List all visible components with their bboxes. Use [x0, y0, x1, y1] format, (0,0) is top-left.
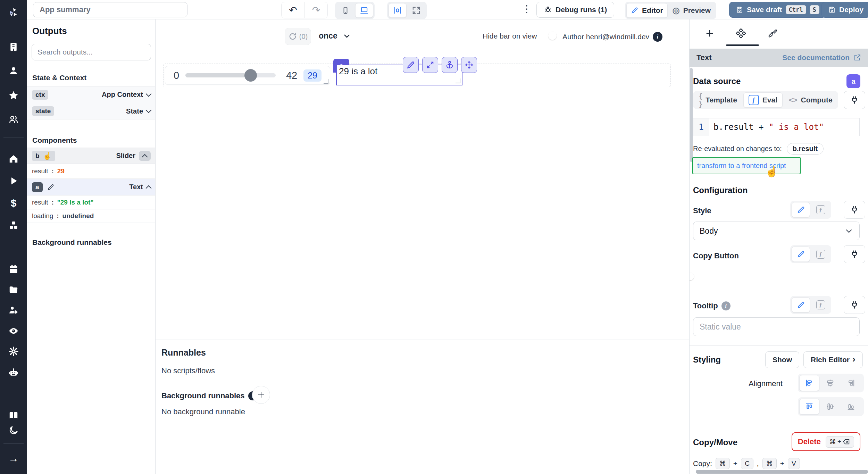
app-summary-input[interactable]: [33, 2, 187, 17]
outputs-panel: Outputs State & Context ctx App Context …: [27, 19, 156, 474]
align-right-button[interactable]: [841, 375, 861, 391]
eval-tab[interactable]: ƒ Eval: [743, 92, 783, 108]
workspace-icon[interactable]: [6, 39, 21, 55]
debug-runs-button[interactable]: Debug runs (1): [536, 2, 614, 18]
move-button[interactable]: [461, 57, 477, 73]
save-draft-button[interactable]: Save draft Ctrl S: [729, 2, 826, 18]
style-select[interactable]: Body: [693, 222, 860, 240]
resize-handle[interactable]: [456, 78, 460, 83]
user-icon[interactable]: [6, 63, 21, 78]
schedules-calendar-icon[interactable]: [6, 261, 21, 277]
chevron-down-icon: [845, 227, 853, 235]
chevron-up-icon[interactable]: [146, 185, 152, 191]
more-options-kebab-icon[interactable]: ⋮: [522, 4, 532, 14]
folders-icon[interactable]: [6, 282, 21, 297]
horizontal-scrollbar[interactable]: [696, 470, 868, 474]
align-bottom-button[interactable]: [841, 399, 861, 415]
connect-plug-button[interactable]: [844, 245, 865, 263]
dark-mode-moon-icon[interactable]: [6, 423, 21, 438]
state-row[interactable]: state State: [27, 103, 156, 119]
slider-component[interactable]: 0 42 29: [165, 66, 330, 85]
static-pencil-button[interactable]: [792, 202, 810, 217]
static-pencil-button[interactable]: [792, 247, 810, 262]
add-background-runnable-button[interactable]: [252, 386, 270, 404]
section-divider: [690, 426, 868, 426]
dependency-pill[interactable]: b.result: [787, 143, 824, 155]
align-top-button[interactable]: [799, 399, 819, 415]
reevaluated-row: Re-evaluated on changes to: b.result: [693, 143, 824, 155]
undo-button[interactable]: ↶: [282, 2, 304, 18]
slider-fill: [185, 73, 250, 77]
ctx-row[interactable]: ctx App Context: [27, 86, 156, 103]
eval-fx-button[interactable]: ƒ: [811, 297, 830, 313]
show-styling-button[interactable]: Show: [765, 351, 799, 368]
mobile-view-button[interactable]: [336, 3, 354, 18]
fullscreen-canvas-button[interactable]: [407, 3, 425, 18]
compute-tab[interactable]: <> Compute: [784, 92, 837, 108]
see-documentation-link[interactable]: See documentation: [782, 53, 861, 62]
collapse-chevron-badge[interactable]: [139, 151, 151, 161]
audit-eye-icon[interactable]: [6, 323, 21, 339]
workers-users-gear-icon[interactable]: [6, 302, 21, 318]
ai-robot-icon[interactable]: [6, 365, 21, 380]
function-icon: ƒ: [816, 250, 825, 259]
refresh-button[interactable]: (0): [285, 28, 311, 45]
insert-component-tab[interactable]: [699, 23, 720, 44]
anchor-button[interactable]: [442, 57, 458, 73]
component-a-row[interactable]: a Text: [27, 178, 156, 195]
align-left-button[interactable]: [799, 375, 819, 391]
align-center-horizontal-button[interactable]: [820, 375, 840, 391]
redo-button[interactable]: ↷: [304, 2, 327, 18]
chevron-down-icon: [146, 107, 152, 113]
tooltip-static-value-input[interactable]: [693, 317, 860, 336]
plug-icon: [850, 250, 859, 259]
connect-plug-button[interactable]: [844, 201, 865, 219]
transform-to-frontend-script-button[interactable]: transform to a frontend script: [692, 157, 801, 174]
vertical-align-group: [798, 397, 864, 416]
template-tab[interactable]: { } Template: [694, 92, 742, 108]
editor-tab[interactable]: Editor: [626, 3, 668, 18]
expand-button[interactable]: [422, 57, 438, 73]
theme-tab[interactable]: [762, 23, 783, 44]
slider-handle[interactable]: [244, 69, 257, 82]
edit-pencil-button[interactable]: [403, 57, 419, 73]
resources-cubes-icon[interactable]: [6, 218, 21, 233]
connect-plug-button[interactable]: [844, 91, 865, 109]
collapse-arrow-icon[interactable]: →: [6, 451, 21, 466]
resize-handle[interactable]: [324, 79, 328, 84]
docs-book-icon[interactable]: [6, 408, 21, 423]
align-middle-button[interactable]: [820, 399, 840, 415]
info-icon[interactable]: i: [653, 32, 662, 42]
center-content-button[interactable]: [389, 3, 407, 18]
component-settings-tab[interactable]: [731, 23, 751, 44]
deploy-button[interactable]: Deploy: [821, 2, 868, 18]
author-label: Author henri@windmill.dev i: [562, 32, 662, 42]
run-mode-select[interactable]: once: [319, 31, 351, 41]
search-outputs-input[interactable]: [32, 44, 151, 60]
left-rail: $ →: [0, 0, 27, 474]
eval-fx-button[interactable]: ƒ: [811, 247, 830, 262]
favorites-star-icon[interactable]: [6, 88, 21, 103]
preview-tab[interactable]: ◎ Preview: [668, 3, 715, 18]
paintbrush-icon: [767, 28, 777, 38]
slider-track[interactable]: [185, 73, 276, 77]
scrollbar-thumb[interactable]: [690, 68, 693, 162]
function-icon: ƒ: [816, 205, 825, 214]
settings-gear-icon[interactable]: [6, 344, 21, 359]
variables-dollar-icon[interactable]: $: [6, 196, 21, 211]
rich-editor-button[interactable]: Rich Editor ›: [803, 351, 863, 368]
eval-fx-button[interactable]: ƒ: [811, 202, 830, 217]
home-icon[interactable]: [6, 151, 21, 166]
info-icon[interactable]: i: [721, 301, 731, 310]
connect-plug-button[interactable]: [844, 296, 865, 314]
static-pencil-button[interactable]: [792, 297, 810, 313]
component-b-row[interactable]: b ☝ Slider: [27, 148, 156, 164]
windmill-logo[interactable]: [6, 5, 21, 20]
eval-code-editor[interactable]: 1 b.result + " is a lot": [693, 118, 860, 136]
preview-eye-icon: ◎: [673, 6, 680, 15]
code-expression: b.result +: [713, 122, 769, 132]
delete-component-button[interactable]: Delete ⌘+: [792, 432, 860, 451]
groups-icon[interactable]: [6, 112, 21, 127]
desktop-view-button[interactable]: [355, 3, 373, 18]
runs-play-icon[interactable]: [6, 173, 21, 189]
